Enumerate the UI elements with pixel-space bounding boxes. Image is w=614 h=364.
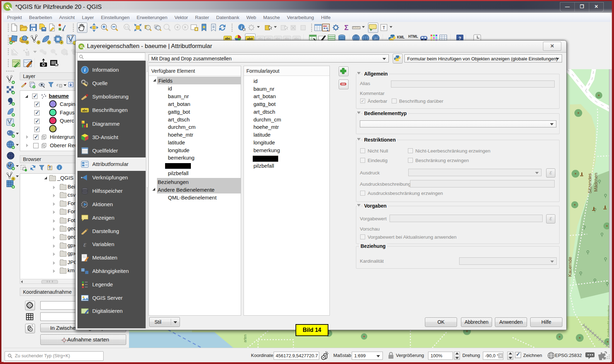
svg-text:abc: abc (225, 37, 230, 40)
svg-text:abc: abc (275, 37, 281, 40)
svg-text:Kauernde: Kauernde (567, 257, 573, 277)
svg-text:Σ: Σ (344, 24, 349, 31)
svg-text:Mädchen: Mädchen (593, 173, 598, 192)
svg-text:abc: abc (266, 37, 271, 40)
svg-text:abc: abc (285, 37, 290, 40)
svg-text:ε: ε (83, 240, 86, 248)
svg-text:abc: abc (294, 37, 299, 40)
svg-text:arten: arten (243, 334, 247, 342)
svg-text:i: i (241, 25, 242, 30)
svg-text:2?: 2? (374, 37, 378, 40)
svg-text:Sitzendes: Sitzendes (587, 173, 592, 193)
svg-text:abc: abc (82, 109, 88, 112)
svg-text:O: O (43, 64, 45, 66)
svg-text:T: T (382, 25, 385, 30)
svg-text:ε: ε (57, 82, 59, 87)
svg-text:a: a (62, 28, 64, 32)
svg-text:abc: abc (258, 37, 263, 40)
svg-text:1:1: 1:1 (125, 26, 128, 28)
svg-text:i: i (84, 67, 86, 73)
